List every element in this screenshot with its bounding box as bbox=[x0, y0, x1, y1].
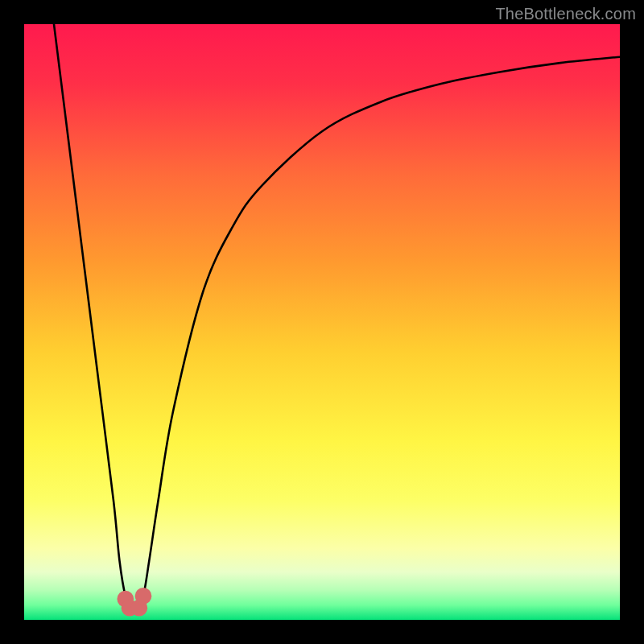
curve-marker bbox=[135, 588, 152, 605]
bottleneck-curve bbox=[24, 24, 620, 620]
watermark-text: TheBottleneck.com bbox=[495, 5, 636, 23]
plot-area bbox=[24, 24, 620, 620]
outer-frame: TheBottleneck.com bbox=[0, 0, 644, 644]
